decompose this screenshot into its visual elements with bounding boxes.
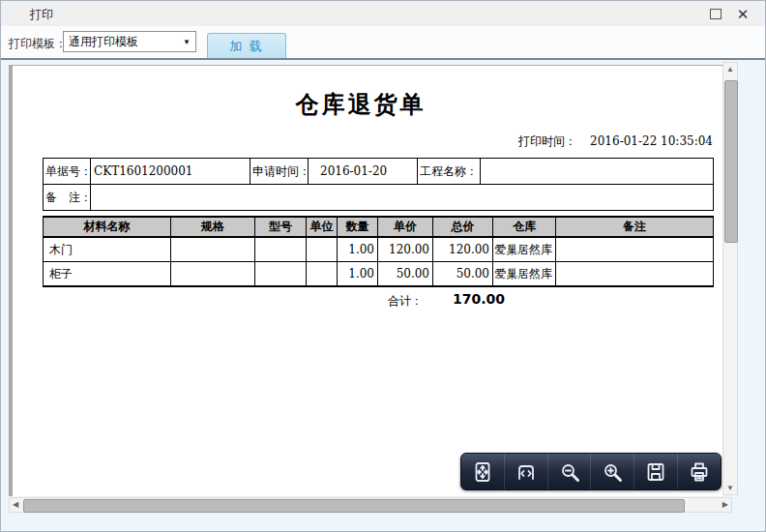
- maximize-icon: [710, 9, 722, 19]
- template-label: 打印模板：: [9, 36, 67, 52]
- print-dialog: 打印 ✕ 打印模板： 通用打印模板 ▼ 加 载 仓库退货单 打印时间：2016-…: [0, 0, 766, 532]
- cell-material: 木门: [44, 237, 171, 262]
- total-label: 合计：: [388, 293, 423, 310]
- info-row-1: 单据号： CKT1601200001 申请时间： 2016-01-20 工程名称…: [44, 159, 714, 185]
- save-button[interactable]: [633, 454, 677, 489]
- col-header: 仓库: [493, 217, 556, 237]
- col-header: 单价: [378, 217, 433, 237]
- close-button[interactable]: ✕: [734, 6, 751, 21]
- save-icon: [644, 460, 667, 484]
- total-value: 170.00: [453, 291, 505, 307]
- fit-width-button[interactable]: [504, 454, 547, 489]
- template-select[interactable]: 通用打印模板 ▼: [63, 31, 196, 52]
- template-toolbar: 打印模板： 通用打印模板 ▼ 加 载: [1, 26, 765, 58]
- maximize-button[interactable]: [707, 6, 724, 21]
- bill-no-value: CKT1601200001: [91, 159, 250, 185]
- print-time: 打印时间：2016-01-22 10:35:04: [518, 133, 713, 150]
- cell-unit: [307, 237, 338, 262]
- cell-qty: 1.00: [338, 262, 378, 287]
- remark-label: 备 注：: [44, 185, 91, 211]
- col-header: 规格: [171, 217, 255, 237]
- document-page: 仓库退货单 打印时间：2016-01-22 10:35:04 单据号： CKT1…: [9, 65, 722, 496]
- item-row: 柜子 1.00 50.00 50.00 爱巢居然库: [44, 262, 714, 287]
- item-row: 木门 1.00 120.00 120.00 爱巢居然库: [44, 237, 714, 262]
- scroll-right-icon[interactable]: ▶: [722, 500, 728, 509]
- zoom-in-icon: [601, 460, 624, 484]
- fit-width-icon: [515, 460, 538, 484]
- items-header-row: 材料名称 规格 型号 单位 数量 单价 总价 仓库 备注: [44, 217, 714, 237]
- info-table: 单据号： CKT1601200001 申请时间： 2016-01-20 工程名称…: [43, 158, 714, 211]
- horizontal-scroll-thumb[interactable]: [23, 499, 685, 513]
- col-header: 材料名称: [44, 217, 171, 237]
- dialog-title: 打印: [30, 7, 53, 23]
- vertical-scroll-thumb[interactable]: [724, 80, 738, 243]
- chevron-down-icon: ▼: [183, 38, 191, 46]
- cell-spec: [171, 237, 255, 262]
- scroll-up-icon[interactable]: ▲: [723, 65, 737, 74]
- apply-time-value: 2016-01-20: [309, 159, 418, 185]
- cell-material: 柜子: [44, 262, 171, 287]
- cell-model: [255, 237, 307, 262]
- print-time-label: 打印时间：: [518, 134, 576, 148]
- col-header: 数量: [338, 217, 378, 237]
- fit-page-button[interactable]: [461, 454, 504, 489]
- cell-total-price: 120.00: [433, 237, 493, 262]
- col-header: 单位: [307, 217, 338, 237]
- cell-total-price: 50.00: [433, 262, 493, 287]
- fit-page-icon: [471, 460, 494, 484]
- print-button[interactable]: [677, 454, 721, 489]
- scroll-left-icon[interactable]: ◀: [13, 500, 18, 509]
- horizontal-scrollbar[interactable]: ◀ ▶: [9, 497, 732, 513]
- col-header: 备注: [556, 217, 714, 237]
- cell-remark: [556, 237, 714, 262]
- info-row-2: 备 注：: [44, 185, 714, 211]
- cell-unit: [307, 262, 338, 287]
- cell-warehouse: 爱巢居然库: [493, 237, 556, 262]
- print-icon: [688, 460, 711, 484]
- items-table: 材料名称 规格 型号 单位 数量 单价 总价 仓库 备注 木门 1.00 12: [43, 216, 714, 287]
- cell-qty: 1.00: [338, 237, 378, 262]
- project-name-value: [481, 159, 714, 185]
- cell-spec: [171, 262, 255, 287]
- title-bar: 打印 ✕: [1, 1, 765, 27]
- cell-warehouse: 爱巢居然库: [493, 262, 556, 287]
- col-header: 总价: [433, 217, 493, 237]
- cell-unit-price: 50.00: [378, 262, 433, 287]
- template-select-value: 通用打印模板: [69, 34, 138, 50]
- cell-unit-price: 120.00: [378, 237, 433, 262]
- apply-time-label: 申请时间：: [250, 159, 309, 185]
- zoom-in-button[interactable]: [590, 454, 633, 489]
- bill-no-label: 单据号：: [44, 159, 91, 185]
- zoom-out-icon: [558, 460, 581, 484]
- col-header: 型号: [255, 217, 307, 237]
- document-title: 仓库退货单: [13, 89, 709, 120]
- load-button[interactable]: 加 载: [207, 33, 286, 59]
- vertical-scrollbar[interactable]: ▲ ▼: [722, 62, 738, 495]
- scroll-down-icon[interactable]: ▼: [723, 484, 737, 492]
- preview-nav-toolbar: [460, 453, 722, 490]
- zoom-out-button[interactable]: [547, 454, 591, 489]
- print-time-value: 2016-01-22 10:35:04: [590, 134, 713, 148]
- cell-remark: [556, 262, 714, 287]
- project-name-label: 工程名称：: [418, 159, 481, 185]
- cell-model: [255, 262, 307, 287]
- remark-value: [91, 185, 714, 211]
- preview-area: 仓库退货单 打印时间：2016-01-22 10:35:04 单据号： CKT1…: [1, 58, 765, 531]
